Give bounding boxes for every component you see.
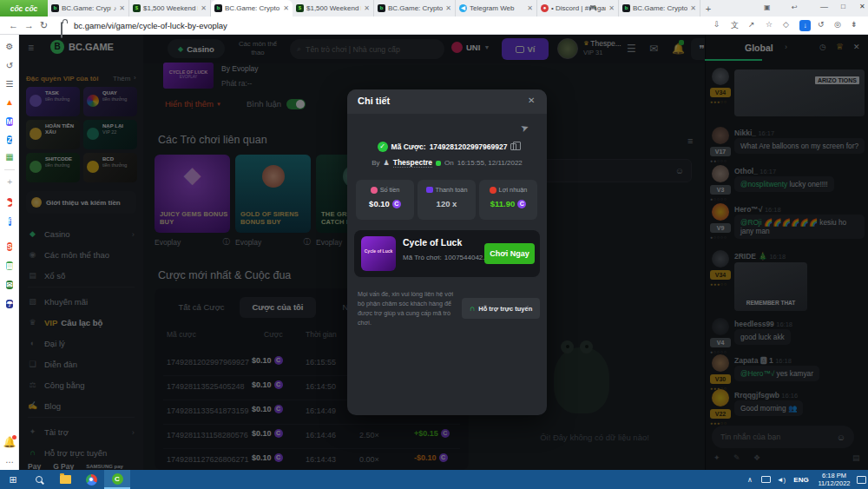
close-tab-icon[interactable]: ✕ <box>283 4 289 12</box>
messenger-icon[interactable]: M <box>0 116 19 128</box>
share-bet-icon[interactable]: ➤ <box>519 122 530 135</box>
tray-time: 6:18 PM <box>819 472 851 479</box>
bcgame-favicon: b <box>622 4 630 12</box>
translate-icon[interactable]: 文 <box>731 20 739 31</box>
reload-icon[interactable]: ↻ <box>40 20 48 31</box>
telegram-favicon: ◀ <box>459 4 467 12</box>
language-indicator[interactable]: ENG <box>790 470 812 489</box>
close-tab-icon[interactable]: ✕ <box>608 4 615 12</box>
forward-icon[interactable]: → <box>24 20 34 30</box>
close-tab-icon[interactable]: ✕ <box>201 4 207 12</box>
adblock-shield-icon[interactable]: ◇ <box>783 20 789 29</box>
start-button[interactable]: ⊞ <box>0 470 26 489</box>
tab-discord[interactable]: ●• Discord | #🎮gam✕ <box>537 0 619 17</box>
support-note: Mọi vấn đề, xin vui lòng liên hệ với bộ … <box>358 289 457 328</box>
payout-icon <box>426 187 433 193</box>
tab-bcgame-2[interactable]: bBC.Game: Crypto Ca✕ <box>374 0 456 17</box>
facebook-icon[interactable]: f <box>0 215 19 228</box>
save-page-icon[interactable]: ⇩ <box>713 20 720 29</box>
tab-weekend-1[interactable]: $$1,500 Weekend Ev✕ <box>129 0 211 17</box>
close-tab-icon[interactable]: ✕ <box>445 4 451 12</box>
sync-icon[interactable]: ↺ <box>818 20 825 29</box>
close-tab-icon[interactable]: ✕ <box>364 4 370 12</box>
close-tab-icon[interactable]: ✕ <box>119 4 125 12</box>
settings-gear-icon[interactable]: ⚙ <box>0 42 19 51</box>
back-icon[interactable]: ← <box>9 20 18 30</box>
modal-game-card: Cycle of Luck Cycle of Luck Mã Trò chơi:… <box>354 230 540 277</box>
windows-taskbar: ⊞ C ∧ ◄) ENG 6:18 PM 11/12/2022 <box>0 470 868 489</box>
clock[interactable]: 6:18 PM 11/12/2022 <box>814 470 854 489</box>
bcgame-favicon: b <box>51 4 59 12</box>
download-button-icon[interactable]: ↓ <box>799 20 811 31</box>
coin-icon: C <box>392 200 401 208</box>
online-badge <box>436 161 441 166</box>
headset-icon: ∩ <box>470 304 476 313</box>
taskbar-search-icon[interactable] <box>26 470 52 489</box>
stat-payout: Thanh toán 120 x <box>418 180 476 220</box>
address-input[interactable]: bc.game/vi/game/cycle-of-luck-by-evoplay <box>74 21 227 30</box>
tab-bcgame-3[interactable]: bBC.Game: Crypto Ca✕ <box>619 0 700 17</box>
browser-urlbar: ← → ↻ bc.game/vi/game/cycle-of-luck-by-e… <box>0 17 868 35</box>
live-support-button[interactable]: ∩ Hỗ trợ trực tuyến <box>462 298 540 319</box>
minimize-window-icon[interactable]: — <box>820 3 828 11</box>
tray-date: 11/12/2022 <box>819 479 851 487</box>
verified-check-icon: ✓ <box>378 142 388 152</box>
chrome-taskbar-icon[interactable] <box>78 470 104 489</box>
lock-icon <box>61 22 62 38</box>
bookmark-star-icon[interactable]: ☆ <box>766 20 773 29</box>
tab-weekend-2[interactable]: $$1,500 Weekend Ev✕ <box>293 0 374 17</box>
share-icon[interactable]: ↗ <box>748 20 755 29</box>
trending-fire-icon[interactable]: ▲ <box>0 97 19 107</box>
action-center-icon[interactable] <box>854 470 868 489</box>
tab-bcgame-1[interactable]: bBC.Game: Crypto♪✕ <box>48 0 129 17</box>
browser-tabbar: cốc cốc bBC.Game: Crypto♪✕ $$1,500 Weeke… <box>0 0 868 17</box>
shopee-icon[interactable]: S <box>0 241 19 253</box>
add-shortcut-icon[interactable]: ＋ <box>0 175 19 188</box>
profile-icon[interactable]: ◎ <box>834 20 841 29</box>
coccoc-logo: cốc cốc <box>0 0 48 17</box>
file-explorer-icon[interactable] <box>52 470 78 489</box>
profit-icon <box>490 187 496 194</box>
tab-search-icon[interactable]: ▣ <box>764 3 771 11</box>
volume-icon[interactable]: ◄) <box>774 470 788 489</box>
promo-favicon: $ <box>133 4 141 12</box>
more-ellipsis-icon[interactable]: … <box>0 455 19 465</box>
downloads-tray-icon[interactable]: ⇟ <box>851 20 858 29</box>
bet-author-row: By ♟ Thespectre On 16:15:55, 12/11/2022 <box>347 158 547 168</box>
tray-expand-icon[interactable]: ∧ <box>743 470 757 489</box>
tab-bcgame-active[interactable]: bBC.Game: Crypto Ca✕ <box>211 0 293 17</box>
games-gamepad-icon[interactable]: ▦ <box>0 152 19 162</box>
modal-close-icon[interactable]: ✕ <box>528 96 535 105</box>
bet-details-modal: Chi tiết ✕ ➤ ✓ Mã Cược: 1749281202997969… <box>347 89 547 415</box>
game-thumbnail[interactable]: Cycle of Luck <box>361 236 396 271</box>
bet-author-link[interactable]: Thespectre <box>393 158 432 168</box>
tab-telegram[interactable]: ◀Telegram Web✕ <box>456 0 537 17</box>
divider <box>4 169 15 170</box>
screen: cốc cốc bBC.Game: Crypto♪✕ $$1,500 Weeke… <box>0 0 868 489</box>
history-icon[interactable]: ↺ <box>0 61 19 70</box>
recent-tabs-icon[interactable]: ↩ <box>792 3 798 11</box>
close-tab-icon[interactable]: ✕ <box>527 4 533 12</box>
amount-icon <box>371 187 378 194</box>
stat-profit: Lợi nhuận $11.90C <box>479 180 537 220</box>
player-icon: ♟ <box>384 159 390 167</box>
notification-dot <box>12 435 16 439</box>
game-id-value: 1007544042... <box>444 254 489 261</box>
new-tab-button[interactable]: + <box>700 3 716 14</box>
coccoc-taskbar-icon[interactable]: C <box>104 470 130 489</box>
modal-game-name: Cycle of Luck <box>403 237 462 248</box>
mail-app-icon[interactable]: ✉ <box>0 279 19 291</box>
maximize-window-icon[interactable]: □ <box>841 3 845 10</box>
play-now-button[interactable]: Chơi Ngay <box>484 243 535 264</box>
network-icon[interactable] <box>759 470 773 489</box>
weather-app-icon[interactable]: ☂ <box>0 298 19 310</box>
coin-icon: C <box>517 200 526 208</box>
zalo-icon[interactable]: Z <box>0 134 19 146</box>
close-window-icon[interactable]: ✕ <box>859 3 865 10</box>
bcgame-favicon: b <box>378 4 385 12</box>
copy-icon[interactable] <box>510 143 516 150</box>
newsfeed-icon[interactable]: ☰ <box>0 79 19 89</box>
youtube-icon[interactable]: ▶ <box>0 196 19 208</box>
store-icon[interactable]: ▤ <box>0 260 19 272</box>
close-tab-icon[interactable]: ✕ <box>690 4 696 12</box>
